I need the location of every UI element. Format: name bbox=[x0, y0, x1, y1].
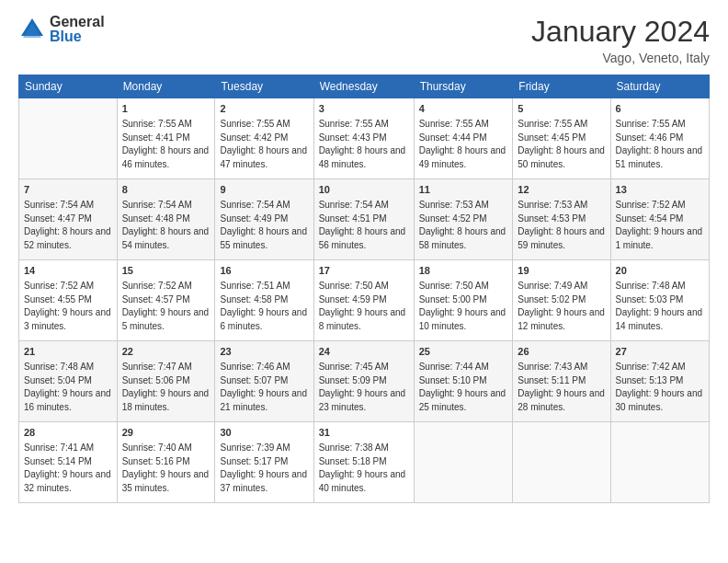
day-number: 29 bbox=[122, 426, 210, 440]
calendar-cell: 3Sunrise: 7:55 AMSunset: 4:43 PMDaylight… bbox=[313, 98, 414, 179]
calendar-cell bbox=[513, 422, 610, 503]
day-info: Sunrise: 7:42 AMSunset: 5:13 PMDaylight:… bbox=[616, 361, 704, 414]
calendar-cell: 31Sunrise: 7:38 AMSunset: 5:18 PMDayligh… bbox=[313, 422, 414, 503]
calendar-cell: 22Sunrise: 7:47 AMSunset: 5:06 PMDayligh… bbox=[117, 341, 215, 422]
day-number: 17 bbox=[319, 264, 409, 278]
day-info: Sunrise: 7:54 AMSunset: 4:47 PMDaylight:… bbox=[24, 199, 112, 252]
day-info: Sunrise: 7:55 AMSunset: 4:46 PMDaylight:… bbox=[616, 118, 704, 171]
calendar-table: SundayMondayTuesdayWednesdayThursdayFrid… bbox=[18, 75, 710, 503]
day-info: Sunrise: 7:38 AMSunset: 5:18 PMDaylight:… bbox=[319, 442, 409, 495]
title-block: January 2024 Vago, Veneto, Italy bbox=[531, 15, 710, 65]
day-number: 28 bbox=[24, 426, 112, 440]
day-info: Sunrise: 7:55 AMSunset: 4:45 PMDaylight:… bbox=[518, 118, 605, 171]
day-number: 21 bbox=[24, 345, 112, 359]
day-info: Sunrise: 7:41 AMSunset: 5:14 PMDaylight:… bbox=[24, 442, 112, 495]
day-number: 30 bbox=[220, 426, 308, 440]
day-info: Sunrise: 7:44 AMSunset: 5:10 PMDaylight:… bbox=[419, 361, 508, 414]
logo-blue-text: Blue bbox=[50, 29, 105, 44]
day-info: Sunrise: 7:52 AMSunset: 4:54 PMDaylight:… bbox=[616, 199, 704, 252]
calendar-cell: 16Sunrise: 7:51 AMSunset: 4:58 PMDayligh… bbox=[215, 260, 313, 341]
calendar-cell bbox=[19, 98, 118, 179]
calendar-cell: 9Sunrise: 7:54 AMSunset: 4:49 PMDaylight… bbox=[215, 179, 313, 260]
column-header-wednesday: Wednesday bbox=[313, 75, 414, 98]
day-info: Sunrise: 7:39 AMSunset: 5:17 PMDaylight:… bbox=[220, 442, 308, 495]
page: General Blue January 2024 Vago, Veneto, … bbox=[0, 0, 728, 563]
day-number: 9 bbox=[220, 183, 308, 197]
day-number: 1 bbox=[122, 102, 210, 116]
calendar-cell: 30Sunrise: 7:39 AMSunset: 5:17 PMDayligh… bbox=[215, 422, 313, 503]
calendar-cell: 2Sunrise: 7:55 AMSunset: 4:42 PMDaylight… bbox=[215, 98, 313, 179]
calendar-cell: 21Sunrise: 7:48 AMSunset: 5:04 PMDayligh… bbox=[19, 341, 118, 422]
calendar-cell: 10Sunrise: 7:54 AMSunset: 4:51 PMDayligh… bbox=[313, 179, 414, 260]
calendar-cell: 18Sunrise: 7:50 AMSunset: 5:00 PMDayligh… bbox=[414, 260, 513, 341]
header: General Blue January 2024 Vago, Veneto, … bbox=[18, 15, 710, 65]
column-header-friday: Friday bbox=[513, 75, 610, 98]
day-number: 7 bbox=[24, 183, 112, 197]
column-header-tuesday: Tuesday bbox=[215, 75, 313, 98]
calendar-cell: 14Sunrise: 7:52 AMSunset: 4:55 PMDayligh… bbox=[19, 260, 118, 341]
day-number: 3 bbox=[319, 102, 409, 116]
calendar-cell: 8Sunrise: 7:54 AMSunset: 4:48 PMDaylight… bbox=[117, 179, 215, 260]
day-number: 10 bbox=[319, 183, 409, 197]
day-info: Sunrise: 7:50 AMSunset: 4:59 PMDaylight:… bbox=[319, 280, 409, 333]
day-info: Sunrise: 7:47 AMSunset: 5:06 PMDaylight:… bbox=[122, 361, 210, 414]
day-number: 6 bbox=[616, 102, 704, 116]
day-info: Sunrise: 7:52 AMSunset: 4:57 PMDaylight:… bbox=[122, 280, 210, 333]
day-info: Sunrise: 7:43 AMSunset: 5:11 PMDaylight:… bbox=[518, 361, 605, 414]
day-info: Sunrise: 7:46 AMSunset: 5:07 PMDaylight:… bbox=[220, 361, 308, 414]
day-number: 22 bbox=[122, 345, 210, 359]
calendar-cell: 27Sunrise: 7:42 AMSunset: 5:13 PMDayligh… bbox=[610, 341, 709, 422]
calendar-cell: 29Sunrise: 7:40 AMSunset: 5:16 PMDayligh… bbox=[117, 422, 215, 503]
day-number: 24 bbox=[319, 345, 409, 359]
day-info: Sunrise: 7:48 AMSunset: 5:04 PMDaylight:… bbox=[24, 361, 112, 414]
day-info: Sunrise: 7:55 AMSunset: 4:44 PMDaylight:… bbox=[419, 118, 508, 171]
week-row-0: 1Sunrise: 7:55 AMSunset: 4:41 PMDaylight… bbox=[19, 98, 710, 179]
calendar-cell: 19Sunrise: 7:49 AMSunset: 5:02 PMDayligh… bbox=[513, 260, 610, 341]
day-info: Sunrise: 7:49 AMSunset: 5:02 PMDaylight:… bbox=[518, 280, 605, 333]
calendar-cell: 13Sunrise: 7:52 AMSunset: 4:54 PMDayligh… bbox=[610, 179, 709, 260]
column-header-thursday: Thursday bbox=[414, 75, 513, 98]
logo-text: General Blue bbox=[50, 15, 105, 44]
day-info: Sunrise: 7:51 AMSunset: 4:58 PMDaylight:… bbox=[220, 280, 308, 333]
day-info: Sunrise: 7:55 AMSunset: 4:42 PMDaylight:… bbox=[220, 118, 308, 171]
day-info: Sunrise: 7:54 AMSunset: 4:51 PMDaylight:… bbox=[319, 199, 409, 252]
calendar-cell: 15Sunrise: 7:52 AMSunset: 4:57 PMDayligh… bbox=[117, 260, 215, 341]
day-number: 5 bbox=[518, 102, 605, 116]
calendar-cell: 7Sunrise: 7:54 AMSunset: 4:47 PMDaylight… bbox=[19, 179, 118, 260]
day-info: Sunrise: 7:53 AMSunset: 4:53 PMDaylight:… bbox=[518, 199, 605, 252]
day-number: 16 bbox=[220, 264, 308, 278]
day-number: 14 bbox=[24, 264, 112, 278]
week-row-2: 14Sunrise: 7:52 AMSunset: 4:55 PMDayligh… bbox=[19, 260, 710, 341]
day-info: Sunrise: 7:48 AMSunset: 5:03 PMDaylight:… bbox=[616, 280, 704, 333]
column-header-saturday: Saturday bbox=[610, 75, 709, 98]
calendar-cell: 25Sunrise: 7:44 AMSunset: 5:10 PMDayligh… bbox=[414, 341, 513, 422]
calendar-cell: 5Sunrise: 7:55 AMSunset: 4:45 PMDaylight… bbox=[513, 98, 610, 179]
day-number: 18 bbox=[419, 264, 508, 278]
calendar-cell bbox=[414, 422, 513, 503]
calendar-cell: 1Sunrise: 7:55 AMSunset: 4:41 PMDaylight… bbox=[117, 98, 215, 179]
calendar-header-row: SundayMondayTuesdayWednesdayThursdayFrid… bbox=[19, 75, 710, 98]
day-info: Sunrise: 7:52 AMSunset: 4:55 PMDaylight:… bbox=[24, 280, 112, 333]
day-number: 4 bbox=[419, 102, 508, 116]
calendar-cell: 12Sunrise: 7:53 AMSunset: 4:53 PMDayligh… bbox=[513, 179, 610, 260]
logo-icon bbox=[18, 16, 46, 43]
day-info: Sunrise: 7:55 AMSunset: 4:43 PMDaylight:… bbox=[319, 118, 409, 171]
day-number: 26 bbox=[518, 345, 605, 359]
day-number: 15 bbox=[122, 264, 210, 278]
day-info: Sunrise: 7:54 AMSunset: 4:48 PMDaylight:… bbox=[122, 199, 210, 252]
week-row-4: 28Sunrise: 7:41 AMSunset: 5:14 PMDayligh… bbox=[19, 422, 710, 503]
calendar-cell: 28Sunrise: 7:41 AMSunset: 5:14 PMDayligh… bbox=[19, 422, 118, 503]
day-number: 19 bbox=[518, 264, 605, 278]
calendar-cell: 26Sunrise: 7:43 AMSunset: 5:11 PMDayligh… bbox=[513, 341, 610, 422]
month-title: January 2024 bbox=[531, 15, 710, 49]
calendar-cell: 17Sunrise: 7:50 AMSunset: 4:59 PMDayligh… bbox=[313, 260, 414, 341]
calendar-cell: 11Sunrise: 7:53 AMSunset: 4:52 PMDayligh… bbox=[414, 179, 513, 260]
day-info: Sunrise: 7:50 AMSunset: 5:00 PMDaylight:… bbox=[419, 280, 508, 333]
logo-general-text: General bbox=[50, 15, 105, 29]
day-number: 31 bbox=[319, 426, 409, 440]
day-info: Sunrise: 7:45 AMSunset: 5:09 PMDaylight:… bbox=[319, 361, 409, 414]
logo: General Blue bbox=[18, 15, 105, 44]
calendar-cell: 24Sunrise: 7:45 AMSunset: 5:09 PMDayligh… bbox=[313, 341, 414, 422]
day-number: 12 bbox=[518, 183, 605, 197]
day-info: Sunrise: 7:53 AMSunset: 4:52 PMDaylight:… bbox=[419, 199, 508, 252]
